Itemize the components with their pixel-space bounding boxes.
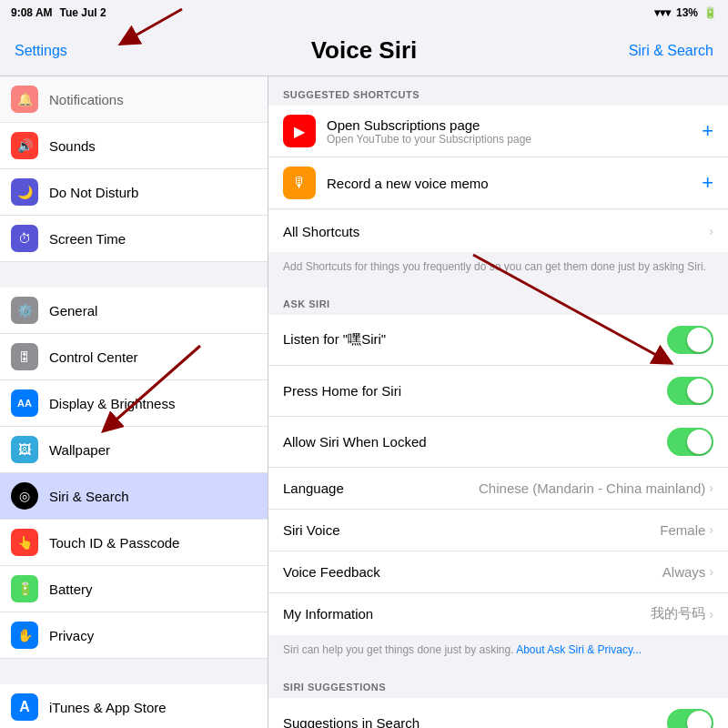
press-home-toggle[interactable]	[667, 377, 713, 405]
add-youtube-shortcut-button[interactable]: +	[702, 119, 713, 143]
siri-voice-value: Female	[660, 522, 705, 538]
language-row[interactable]: Language Chinese (Mandarin - China mainl…	[268, 468, 728, 510]
allow-locked-toggle[interactable]	[667, 428, 713, 456]
press-home-row[interactable]: Press Home for Siri	[268, 366, 728, 417]
suggestions-in-search-row[interactable]: Suggestions in Search	[268, 698, 728, 728]
content-area: SUGGESTED SHORTCUTS ▶ Open Subscriptions…	[268, 76, 728, 728]
sidebar-item-battery[interactable]: 🔋 Battery	[0, 566, 268, 612]
all-shortcuts-card: All Shortcuts ›	[268, 210, 728, 252]
allow-locked-label: Allow Siri When Locked	[283, 434, 667, 450]
siri-suggestions-header: SIRI SUGGESTIONS	[268, 669, 728, 698]
status-bar: 9:08 AM Tue Jul 2 ▾▾▾ 13% 🔋	[0, 0, 728, 25]
suggested-shortcuts-header: SUGGESTED SHORTCUTS	[268, 76, 728, 106]
sidebar-label-notifications: Notifications	[49, 92, 124, 107]
notifications-icon: 🔔	[11, 86, 38, 113]
all-shortcuts-hint: Add Shortcuts for things you frequently …	[268, 252, 728, 286]
my-info-label: My Information	[283, 606, 651, 622]
voice-feedback-chevron: ›	[709, 564, 713, 579]
main-layout: 🔔 Notifications 🔊 Sounds 🌙 Do Not Distur…	[0, 76, 728, 728]
itunes-icon: A	[11, 693, 38, 721]
sidebar-item-display[interactable]: AA Display & Brightness	[0, 380, 268, 427]
voice-feedback-row[interactable]: Voice Feedback Always ›	[268, 551, 728, 593]
shortcut-youtube[interactable]: ▶ Open Subscriptions page Open YouTube t…	[268, 106, 728, 157]
shortcut-youtube-title: Open Subscriptions page	[327, 117, 702, 133]
siri-icon: ◎	[11, 482, 38, 510]
battery-sidebar-icon: 🔋	[11, 575, 38, 602]
listen-siri-row[interactable]: Listen for "嘿Siri"	[268, 315, 728, 366]
shortcuts-card: ▶ Open Subscriptions page Open YouTube t…	[268, 106, 728, 209]
listen-siri-toggle[interactable]	[667, 326, 713, 354]
display-icon: AA	[11, 389, 38, 417]
shortcut-voicememo-text: Record a new voice memo	[327, 176, 702, 191]
suggestions-in-search-toggle[interactable]	[667, 709, 713, 728]
sidebar-item-screen-time[interactable]: ⏱ Screen Time	[0, 216, 268, 262]
siri-hint-text: Siri can help you get things done just b…	[283, 643, 514, 656]
sidebar-item-control-center[interactable]: 🎛 Control Center	[0, 334, 268, 380]
siri-voice-row[interactable]: Siri Voice Female ›	[268, 510, 728, 551]
my-info-chevron: ›	[709, 607, 713, 622]
listen-siri-label: Listen for "嘿Siri"	[283, 331, 667, 349]
do-not-disturb-icon: 🌙	[11, 178, 38, 206]
ask-siri-header: ASK SIRI	[268, 286, 728, 315]
all-shortcuts-label: All Shortcuts	[283, 224, 709, 239]
sidebar-item-wallpaper[interactable]: 🖼 Wallpaper	[0, 427, 268, 473]
sidebar-label-display: Display & Brightness	[49, 396, 175, 411]
add-voicememo-shortcut-button[interactable]: +	[702, 171, 713, 195]
sidebar-label-touchid: Touch ID & Passcode	[49, 535, 179, 551]
status-time: 9:08 AM	[11, 6, 53, 19]
sidebar-label-itunes: iTunes & App Store	[49, 700, 167, 715]
ask-siri-card: Listen for "嘿Siri" Press Home for Siri A…	[268, 315, 728, 635]
press-home-label: Press Home for Siri	[283, 383, 667, 399]
language-label: Language	[283, 480, 479, 496]
siri-privacy-link[interactable]: About Ask Siri & Privacy...	[516, 643, 642, 656]
sidebar: 🔔 Notifications 🔊 Sounds 🌙 Do Not Distur…	[0, 76, 268, 728]
voice-feedback-value: Always	[662, 564, 706, 580]
sidebar-item-do-not-disturb[interactable]: 🌙 Do Not Disturb	[0, 169, 268, 216]
all-shortcuts-chevron: ›	[709, 224, 713, 238]
sidebar-label-wallpaper: Wallpaper	[49, 442, 110, 458]
sidebar-item-notifications[interactable]: 🔔 Notifications	[0, 76, 268, 123]
navigation-bar: Settings Voice Siri Siri & Search	[0, 25, 728, 76]
back-button[interactable]: Settings	[15, 43, 67, 59]
my-info-row[interactable]: My Information 我的号码 ›	[268, 593, 728, 635]
siri-voice-label: Siri Voice	[283, 522, 660, 538]
battery-icon: 🔋	[703, 6, 717, 19]
siri-privacy-hint: Siri can help you get things done just b…	[268, 635, 728, 669]
all-shortcuts-row[interactable]: All Shortcuts ›	[268, 210, 728, 252]
right-label: Siri & Search	[629, 43, 713, 59]
sidebar-label-sounds: Sounds	[49, 138, 96, 154]
my-info-value: 我的号码	[651, 605, 705, 622]
sidebar-item-itunes[interactable]: A iTunes & App Store	[0, 684, 268, 728]
sidebar-label-privacy: Privacy	[49, 628, 94, 643]
youtube-icon: ▶	[283, 115, 316, 147]
control-center-icon: 🎛	[11, 343, 38, 370]
sidebar-item-touchid[interactable]: 👆 Touch ID & Passcode	[0, 520, 268, 566]
status-right: ▾▾▾ 13% 🔋	[654, 6, 717, 19]
sidebar-label-do-not-disturb: Do Not Disturb	[49, 185, 138, 200]
sidebar-item-siri[interactable]: ◎ Siri & Search	[0, 473, 268, 520]
sidebar-item-sounds[interactable]: 🔊 Sounds	[0, 123, 268, 169]
status-date: Tue Jul 2	[60, 6, 106, 19]
siri-voice-chevron: ›	[709, 522, 713, 537]
status-left: 9:08 AM Tue Jul 2	[11, 6, 106, 19]
suggestions-in-search-label: Suggestions in Search	[283, 715, 667, 728]
privacy-icon: ✋	[11, 622, 38, 649]
sidebar-label-general: General	[49, 303, 97, 318]
allow-locked-row[interactable]: Allow Siri When Locked	[268, 417, 728, 468]
touchid-icon: 👆	[11, 529, 38, 556]
shortcut-youtube-text: Open Subscriptions page Open YouTube to …	[327, 117, 702, 146]
sidebar-label-screen-time: Screen Time	[49, 231, 126, 247]
general-icon: ⚙️	[11, 297, 38, 324]
language-chevron: ›	[709, 480, 713, 495]
sidebar-label-siri: Siri & Search	[49, 489, 129, 504]
sounds-icon: 🔊	[11, 132, 38, 159]
shortcut-voicememo[interactable]: 🎙 Record a new voice memo +	[268, 157, 728, 209]
shortcut-voicememo-title: Record a new voice memo	[327, 176, 702, 191]
voice-feedback-label: Voice Feedback	[283, 564, 662, 580]
wifi-icon: ▾▾▾	[654, 6, 671, 19]
voicememo-icon: 🎙	[283, 167, 316, 199]
battery-level: 13%	[676, 6, 698, 19]
sidebar-item-privacy[interactable]: ✋ Privacy	[0, 612, 268, 659]
page-title: Voice Siri	[311, 36, 418, 65]
sidebar-item-general[interactable]: ⚙️ General	[0, 288, 268, 334]
